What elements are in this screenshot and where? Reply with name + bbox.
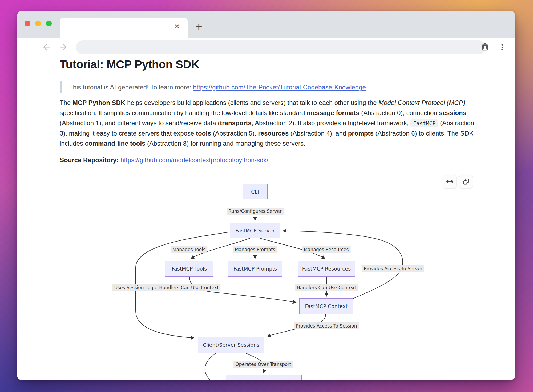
back-arrow-icon bbox=[42, 43, 51, 52]
diagram-node-server: FastMCP Server bbox=[230, 223, 280, 238]
tab-strip: ✕ + bbox=[17, 11, 515, 38]
close-window-button[interactable] bbox=[25, 21, 30, 26]
tab-close-button[interactable]: ✕ bbox=[172, 21, 182, 32]
edge-label-operates: Operates Over Transport bbox=[233, 361, 293, 368]
diagram-node-tools: FastMCP Tools bbox=[165, 261, 213, 277]
profile-badge-icon bbox=[480, 43, 490, 52]
browser-toolbar bbox=[17, 38, 515, 57]
edge-label-m_tools: Manages Tools bbox=[171, 246, 207, 253]
forward-button[interactable] bbox=[57, 42, 69, 53]
minimize-window-button[interactable] bbox=[35, 21, 41, 26]
forward-arrow-icon bbox=[59, 43, 68, 52]
browser-tab[interactable]: ✕ bbox=[60, 18, 188, 38]
diagram-node-resources: FastMCP Resources bbox=[298, 261, 355, 277]
diagram-node-context: FastMCP Context bbox=[299, 298, 353, 314]
back-button[interactable] bbox=[41, 42, 53, 53]
new-tab-button[interactable]: + bbox=[192, 20, 206, 34]
edge-label-runs: Runs/Configures Server bbox=[227, 208, 284, 215]
diagram-node-prompts: FastMCP Prompts bbox=[228, 261, 282, 277]
zoom-window-button[interactable] bbox=[46, 21, 52, 26]
edge-label-handlers_l: Handlers Can Use Context bbox=[157, 284, 220, 291]
edge-label-m_resources: Manages Resources bbox=[302, 246, 351, 253]
address-bar-input[interactable] bbox=[76, 40, 486, 54]
edge-sessions-transports-left bbox=[205, 353, 216, 380]
profile-button[interactable] bbox=[479, 42, 491, 53]
edge-label-m_prompts: Manages Prompts bbox=[233, 246, 277, 253]
edge-label-handlers_r: Handlers Can Use Context bbox=[295, 284, 358, 291]
edge-label-provides_server: Provides Access To Server bbox=[362, 265, 424, 272]
diagram-node-cli: CLI bbox=[243, 184, 268, 199]
browser-menu-button[interactable] bbox=[496, 42, 508, 53]
diagram-node-transports bbox=[226, 375, 302, 380]
page-content: Tutorial: MCP Python SDK This tutorial i… bbox=[17, 57, 515, 380]
diagram-edges bbox=[17, 57, 515, 380]
window-controls bbox=[25, 21, 52, 26]
edge-label-provides_session: Provides Access To Session bbox=[294, 322, 359, 329]
edge-label-uses_session: Uses Session Logic bbox=[112, 284, 159, 291]
diagram-node-sessions: Client/Server Sessions bbox=[198, 337, 264, 353]
browser-window: ✕ + bbox=[17, 11, 515, 380]
kebab-menu-icon bbox=[498, 43, 507, 52]
